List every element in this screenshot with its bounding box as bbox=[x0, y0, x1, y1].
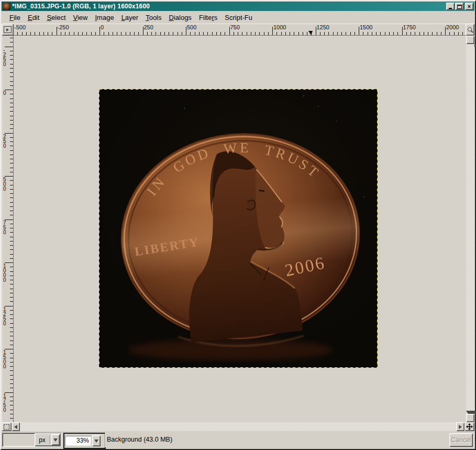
ruler-tick bbox=[294, 32, 294, 35]
ruler-tick bbox=[385, 32, 385, 35]
ruler-tick bbox=[10, 370, 13, 371]
menu-file[interactable]: File bbox=[6, 13, 24, 23]
ruler-tick bbox=[113, 32, 113, 35]
ruler-tick bbox=[195, 32, 195, 35]
ruler-tick bbox=[186, 27, 186, 35]
ruler-tick bbox=[121, 32, 121, 35]
ruler-tick bbox=[251, 32, 251, 35]
ruler-tick bbox=[10, 310, 13, 311]
ruler-tick bbox=[462, 32, 463, 35]
ruler-origin-menu-button[interactable] bbox=[2, 24, 14, 36]
ruler-tick bbox=[43, 32, 44, 35]
v-ruler-label: 1 0 0 0 bbox=[3, 264, 6, 282]
ruler-tick bbox=[10, 76, 13, 77]
ruler-tick bbox=[268, 32, 269, 35]
ruler-tick bbox=[10, 293, 13, 293]
ruler-tick bbox=[10, 267, 13, 267]
menu-bar: FileEditSelectViewImageLayerToolsDialogs… bbox=[2, 11, 474, 24]
ruler-tick bbox=[415, 32, 415, 35]
title-bar[interactable]: *IMG_0315.JPG-1.0 (RGB, 1 layer) 1600x16… bbox=[2, 2, 474, 11]
ruler-tick bbox=[138, 32, 139, 35]
minimize-button[interactable] bbox=[446, 3, 455, 10]
ruler-tick bbox=[160, 32, 161, 35]
h-ruler-label: 0 bbox=[101, 24, 104, 30]
layer-boundary-dashes bbox=[99, 367, 378, 368]
h-ruler-label: 1750 bbox=[403, 24, 416, 30]
ruler-tick bbox=[10, 193, 13, 194]
vertical-scrollbar[interactable] bbox=[466, 36, 474, 422]
navigation-preview-button[interactable] bbox=[464, 422, 474, 431]
layer-boundary-dashes bbox=[99, 89, 99, 368]
ruler-tick bbox=[238, 32, 238, 35]
ruler-tick bbox=[10, 241, 13, 242]
scroll-right-button[interactable] bbox=[456, 422, 464, 431]
v-ruler-label: - 2 5 0 bbox=[3, 48, 6, 67]
ruler-tick bbox=[242, 32, 242, 35]
ruler-tick bbox=[389, 32, 390, 35]
ruler-tick bbox=[190, 32, 191, 35]
v-ruler-label: 5 0 0 bbox=[3, 177, 6, 191]
ruler-tick bbox=[10, 168, 13, 168]
ruler-tick bbox=[74, 32, 74, 35]
penny-coin-image: IN GOD WE TRUST LIBERTY 2006 bbox=[99, 90, 377, 367]
status-bar: px 33% Background (43.0 MB) Cancel bbox=[2, 431, 474, 448]
quick-mask-toggle-button[interactable] bbox=[2, 422, 12, 431]
ruler-tick bbox=[10, 249, 13, 250]
ruler-tick bbox=[10, 146, 13, 146]
ruler-tick bbox=[229, 27, 230, 35]
close-button[interactable]: × bbox=[465, 3, 473, 10]
ruler-tick bbox=[10, 254, 13, 255]
vertical-ruler[interactable]: - 2 5 002 5 05 0 07 5 01 0 0 01 2 5 01 5… bbox=[2, 36, 14, 422]
unit-dropdown-button[interactable] bbox=[51, 434, 60, 445]
ruler-tick bbox=[164, 32, 165, 35]
scroll-left-button[interactable] bbox=[12, 422, 20, 431]
zoom-value[interactable]: 33% bbox=[65, 436, 91, 446]
menu-edit[interactable]: Edit bbox=[24, 13, 43, 23]
ruler-tick bbox=[281, 32, 282, 35]
zoom-dropdown-button[interactable] bbox=[92, 435, 101, 446]
scroll-up-button[interactable] bbox=[466, 36, 474, 44]
vertical-scrollbar-trough[interactable] bbox=[466, 44, 474, 414]
menu-layer[interactable]: Layer bbox=[118, 13, 142, 23]
menu-scriptfu[interactable]: Script-Fu bbox=[221, 13, 256, 23]
ruler-tick bbox=[212, 32, 213, 35]
h-ruler-label: 1500 bbox=[360, 24, 372, 30]
ruler-tick bbox=[91, 32, 92, 35]
ruler-tick bbox=[10, 107, 13, 107]
canvas-area[interactable]: IN GOD WE TRUST LIBERTY 2006 bbox=[14, 36, 466, 422]
ruler-tick bbox=[99, 27, 100, 35]
horizontal-ruler[interactable]: -500-250025050075010001250150017502000 bbox=[14, 24, 466, 36]
layer-boundary-dashes bbox=[377, 89, 378, 368]
horizontal-scrollbar-trough[interactable] bbox=[20, 422, 456, 431]
ruler-tick bbox=[108, 32, 109, 35]
divider bbox=[50, 435, 50, 444]
unit-select[interactable]: px bbox=[35, 433, 61, 446]
image-penny-photo[interactable]: IN GOD WE TRUST LIBERTY 2006 bbox=[99, 90, 377, 367]
ruler-tick bbox=[419, 32, 420, 35]
ruler-tick bbox=[298, 32, 299, 35]
menu-tools[interactable]: Tools bbox=[142, 13, 165, 23]
ruler-tick bbox=[10, 98, 13, 99]
ruler-tick bbox=[10, 180, 13, 181]
ruler-tick bbox=[225, 32, 225, 35]
ruler-tick bbox=[10, 141, 13, 142]
ruler-tick bbox=[10, 258, 13, 259]
cancel-button[interactable]: Cancel bbox=[449, 433, 473, 447]
zoom-select[interactable]: 33% bbox=[63, 433, 106, 449]
ruler-tick bbox=[10, 319, 13, 319]
ruler-tick bbox=[10, 332, 13, 332]
unit-value: px bbox=[35, 436, 50, 444]
maximize-button[interactable] bbox=[455, 3, 463, 10]
h-ruler-label: -250 bbox=[58, 24, 69, 30]
ruler-tick bbox=[10, 59, 13, 60]
h-ruler-label: 1000 bbox=[273, 24, 286, 30]
scroll-down-button[interactable] bbox=[466, 414, 474, 422]
menu-filters[interactable]: Filters bbox=[195, 13, 221, 23]
menu-dialogs[interactable]: Dialogs bbox=[165, 13, 195, 23]
menu-view[interactable]: View bbox=[70, 13, 92, 23]
ruler-tick bbox=[10, 271, 13, 272]
zoom-follow-window-button[interactable] bbox=[466, 24, 474, 36]
menu-image[interactable]: Image bbox=[91, 13, 117, 23]
v-ruler-label: 2 5 0 bbox=[3, 134, 6, 148]
menu-select[interactable]: Select bbox=[43, 13, 69, 23]
